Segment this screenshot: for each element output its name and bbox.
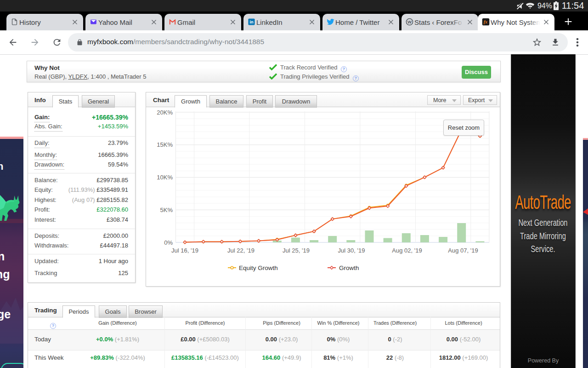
svg-text:Jul 30, '19: Jul 30, '19: [338, 247, 365, 254]
svg-text:Jul 25, '19: Jul 25, '19: [283, 247, 310, 254]
svg-text:15K%: 15K%: [157, 141, 173, 148]
svg-text:Equity Growth: Equity Growth: [239, 264, 278, 271]
svg-text:Aug 02, '19: Aug 02, '19: [392, 247, 422, 254]
svg-text:in: in: [249, 20, 254, 24]
svg-text:10K%: 10K%: [157, 174, 173, 181]
svg-text:Jul 22, '19: Jul 22, '19: [227, 247, 254, 254]
svg-text:0%: 0%: [164, 239, 173, 246]
svg-text:Jul 16, '19: Jul 16, '19: [171, 247, 198, 254]
svg-text:Growth: Growth: [339, 264, 359, 271]
svg-text:Aug 07, '19: Aug 07, '19: [448, 247, 478, 254]
svg-text:W: W: [407, 19, 412, 24]
svg-text:5K%: 5K%: [160, 207, 173, 213]
svg-text:20K%: 20K%: [157, 109, 173, 116]
svg-text:fx: fx: [484, 19, 487, 24]
